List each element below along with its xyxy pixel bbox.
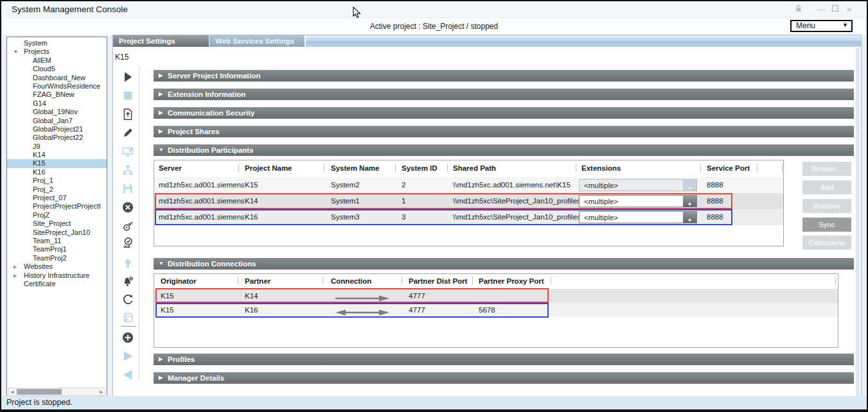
- back-icon[interactable]: [121, 368, 136, 382]
- tree-item-project[interactable]: Site_Project: [7, 219, 107, 228]
- col-service-port[interactable]: Service Port: [707, 164, 750, 172]
- tree-item-project[interactable]: Proj_2: [7, 185, 107, 194]
- tree-item-project[interactable]: FZAG_BNew: [7, 90, 107, 99]
- section-project-shares[interactable]: ▶Project Shares: [154, 126, 854, 137]
- col-partner[interactable]: Partner: [245, 277, 270, 285]
- col-originator[interactable]: Originator: [161, 277, 197, 285]
- chevron-expanded-icon[interactable]: ▼: [13, 47, 21, 56]
- tree-item-history-infrastructure[interactable]: ▶History Infrastructure: [7, 271, 107, 280]
- tree-item-system[interactable]: System: [7, 39, 107, 47]
- tree-item-certificate[interactable]: Certificate: [7, 280, 107, 288]
- system-tree-panel: System ▼Projects AllEM Cloud5 Dashboard_…: [6, 37, 107, 398]
- toolbar-group-separator: [121, 326, 136, 327]
- network-settings-icon[interactable]: [121, 164, 136, 178]
- refresh-icon[interactable]: [121, 293, 136, 307]
- tree-item-project[interactable]: ProjZ: [7, 211, 107, 219]
- tree-item-project[interactable]: Proj_1: [7, 176, 107, 185]
- tree-item-project[interactable]: Project_07: [7, 194, 107, 202]
- menu-dropdown[interactable]: Menu ▼: [790, 20, 853, 32]
- section-manager-details[interactable]: ▶Manager Details: [154, 372, 854, 384]
- maximize-button[interactable]: [829, 4, 841, 15]
- section-distribution-connections[interactable]: ▼Distribution Connections: [154, 258, 854, 270]
- connection-row[interactable]: K15 K16 4777 5678: [154, 303, 838, 317]
- tree-item-project[interactable]: ProjectProjectProjectI: [7, 202, 107, 210]
- close-button[interactable]: ×: [844, 4, 855, 15]
- participant-row[interactable]: md1zh5xc.ad001.siemens K15 System2 2 \\m…: [154, 177, 783, 193]
- tree-item-websites[interactable]: ▶Websites: [7, 262, 107, 271]
- extensions-dropdown[interactable]: <multiple>▼: [579, 179, 697, 191]
- extensions-dropdown[interactable]: <multiple>▼: [579, 195, 697, 207]
- start-project-icon[interactable]: [121, 71, 136, 85]
- col-server[interactable]: Server: [159, 164, 182, 172]
- scroll-left-icon[interactable]: ◀: [9, 388, 15, 395]
- tree-item-project[interactable]: TeamProj1: [7, 245, 107, 253]
- scroll-right-icon[interactable]: ▶: [98, 388, 105, 395]
- tree-item-project[interactable]: Global_Jan7: [7, 117, 107, 125]
- save-icon[interactable]: [121, 182, 136, 196]
- section-extension-information[interactable]: ▶Extension Information: [154, 89, 854, 100]
- edit-history-db-icon[interactable]: [121, 311, 136, 325]
- col-system-name[interactable]: System Name: [331, 164, 379, 172]
- tree-item-project[interactable]: Global_19Nov: [7, 108, 107, 116]
- forward-icon[interactable]: [121, 350, 136, 364]
- mute-notifications-icon[interactable]: [121, 275, 136, 289]
- activate-pen-icon[interactable]: [121, 126, 136, 141]
- participant-row[interactable]: md1zh5xc.ad001.siemens K16 System3 3 \\m…: [154, 209, 783, 225]
- tree-item-project[interactable]: Cloud5: [7, 65, 107, 73]
- upgrade-arrow-icon[interactable]: [121, 257, 136, 271]
- tab-web-services-settings[interactable]: Web Services Settings: [209, 35, 305, 47]
- tree-item-project[interactable]: K16: [7, 168, 107, 176]
- section-profiles[interactable]: ▶Profiles: [154, 354, 854, 365]
- system-management-console-window: System Management Console — × Active pro…: [0, 0, 868, 412]
- certify-check-icon[interactable]: [121, 236, 136, 250]
- remove-button[interactable]: Remove: [802, 199, 851, 213]
- edit-monitor-icon[interactable]: [121, 145, 136, 159]
- tree-item-project[interactable]: FourWindsResidence: [7, 82, 107, 90]
- chevron-down-icon: ▼: [687, 218, 693, 223]
- col-project-name[interactable]: Project Name: [245, 164, 292, 172]
- tree-item-project[interactable]: G14: [7, 99, 107, 108]
- connection-row[interactable]: K15 K14 4777: [154, 289, 838, 303]
- tab-bar: Project Settings Web Services Settings: [113, 35, 861, 47]
- browse-button[interactable]: Browse...: [802, 162, 851, 176]
- add-button[interactable]: Add: [802, 180, 851, 194]
- tree-item-project[interactable]: K14: [7, 151, 107, 159]
- section-distribution-participants[interactable]: ▼Distribution Participants: [154, 144, 854, 156]
- extensions-button[interactable]: Extensions: [802, 236, 851, 250]
- tree-item-project[interactable]: GlobalProject22: [7, 133, 107, 142]
- tree-item-project[interactable]: Team_11: [7, 237, 107, 245]
- tree-item-project[interactable]: SiteProject_Jan10: [7, 228, 107, 237]
- col-partner-dist-port[interactable]: Partner Dist Port: [409, 277, 467, 285]
- col-connection[interactable]: Connection: [331, 277, 371, 285]
- chevron-down-icon: ▼: [842, 22, 848, 28]
- col-shared-path[interactable]: Shared Path: [453, 164, 496, 172]
- col-extensions[interactable]: Extensions: [581, 164, 621, 172]
- add-icon[interactable]: [121, 331, 136, 345]
- tree-item-project[interactable]: TeamProj2: [7, 254, 107, 262]
- chevron-collapsed-icon[interactable]: ▶: [13, 262, 21, 271]
- col-system-id[interactable]: System ID: [402, 164, 438, 172]
- sync-button[interactable]: Sync: [802, 218, 851, 232]
- tree-item-project[interactable]: AllEM: [7, 56, 107, 65]
- section-communication-security[interactable]: ▶Communication Security: [154, 107, 854, 119]
- validate-settings-icon[interactable]: [121, 219, 136, 234]
- minimize-button[interactable]: —: [815, 4, 827, 15]
- tree-horizontal-scrollbar[interactable]: ◀ ▶: [8, 388, 105, 396]
- tree-item-project[interactable]: Dashboard_New: [7, 74, 107, 82]
- scrollbar-thumb[interactable]: [17, 389, 62, 395]
- main-scrollbar[interactable]: [856, 48, 860, 396]
- stop-project-icon[interactable]: [121, 89, 136, 103]
- section-server-project-information[interactable]: ▶Server Project Information: [154, 70, 854, 82]
- chevron-expanded-icon: ▼: [159, 144, 164, 156]
- deactivate-icon[interactable]: [121, 201, 136, 215]
- tree-item-project-selected[interactable]: K15: [7, 159, 107, 167]
- tree-item-projects[interactable]: ▼Projects: [7, 47, 107, 56]
- chevron-collapsed-icon[interactable]: ▶: [13, 271, 21, 280]
- tree-item-project[interactable]: J9: [7, 142, 107, 151]
- participant-row[interactable]: md1zh5xc.ad001.siemens K14 System1 1 \\m…: [154, 193, 783, 209]
- tab-project-settings[interactable]: Project Settings: [113, 35, 209, 47]
- restore-project-icon[interactable]: [121, 108, 136, 122]
- tree-item-project[interactable]: GlobalProject21: [7, 125, 107, 133]
- col-partner-proxy-port[interactable]: Partner Proxy Port: [479, 277, 544, 285]
- extensions-dropdown[interactable]: <multiple>▼: [579, 211, 697, 223]
